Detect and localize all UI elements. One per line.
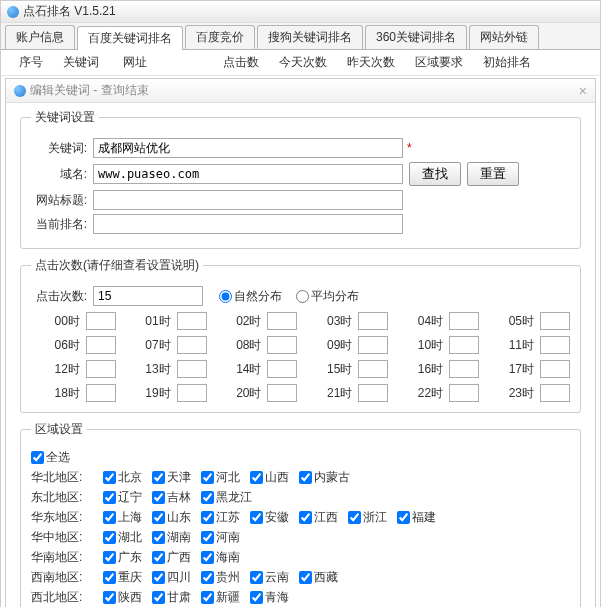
hour-input-6[interactable] [86, 336, 116, 354]
sitetitle-input[interactable] [93, 190, 403, 210]
region-checkbox[interactable]: 四川 [152, 569, 191, 586]
region-checkbox[interactable]: 江苏 [201, 509, 240, 526]
rank-label: 当前排名: [31, 216, 93, 233]
region-checkbox[interactable]: 云南 [250, 569, 289, 586]
keyword-input[interactable] [93, 138, 403, 158]
hour-input-12[interactable] [86, 360, 116, 378]
hour-input-11[interactable] [540, 336, 570, 354]
hour-input-20[interactable] [267, 384, 297, 402]
region-checkbox[interactable]: 安徽 [250, 509, 289, 526]
region-checkbox[interactable]: 河南 [201, 529, 240, 546]
region-checkbox[interactable]: 海南 [201, 549, 240, 566]
hour-input-5[interactable] [540, 312, 570, 330]
hour-input-0[interactable] [86, 312, 116, 330]
domain-input[interactable] [93, 164, 403, 184]
region-checkbox[interactable]: 湖南 [152, 529, 191, 546]
hour-input-4[interactable] [449, 312, 479, 330]
tab-2[interactable]: 百度竞价 [185, 25, 255, 49]
column-header: 序号 [9, 54, 53, 71]
region-checkbox[interactable]: 湖北 [103, 529, 142, 546]
hour-input-16[interactable] [449, 360, 479, 378]
region-checkbox[interactable]: 甘肃 [152, 589, 191, 606]
edit-keyword-dialog: 编辑关键词 - 查询结束 × 关键词设置 关键词: * 域名: 查找 重置 网站… [5, 78, 596, 607]
region-checkbox[interactable]: 新疆 [201, 589, 240, 606]
hour-label: 00时 [31, 313, 80, 330]
region-row: 东北地区:辽宁吉林黑龙江 [31, 489, 570, 506]
region-checkbox[interactable]: 福建 [397, 509, 436, 526]
hour-input-3[interactable] [358, 312, 388, 330]
click-count-input[interactable] [93, 286, 203, 306]
hour-input-2[interactable] [267, 312, 297, 330]
region-row: 西北地区:陕西甘肃新疆青海 [31, 589, 570, 606]
region-checkbox[interactable]: 山西 [250, 469, 289, 486]
region-checkbox[interactable]: 北京 [103, 469, 142, 486]
hour-label: 08时 [213, 337, 262, 354]
hour-label: 02时 [213, 313, 262, 330]
find-button[interactable]: 查找 [409, 162, 461, 186]
hour-label: 04时 [394, 313, 443, 330]
sitetitle-label: 网站标题: [31, 192, 93, 209]
rank-input[interactable] [93, 214, 403, 234]
region-name: 西北地区: [31, 589, 93, 606]
region-group-legend: 区域设置 [31, 421, 87, 438]
region-row: 华中地区:湖北湖南河南 [31, 529, 570, 546]
hour-label: 14时 [213, 361, 262, 378]
region-checkbox[interactable]: 黑龙江 [201, 489, 252, 506]
keyword-settings-group: 关键词设置 关键词: * 域名: 查找 重置 网站标题: 当前排名: [20, 109, 581, 249]
region-checkbox[interactable]: 重庆 [103, 569, 142, 586]
hour-input-9[interactable] [358, 336, 388, 354]
region-name: 华中地区: [31, 529, 93, 546]
region-checkbox[interactable]: 青海 [250, 589, 289, 606]
region-row: 华北地区:北京天津河北山西内蒙古 [31, 469, 570, 486]
hour-input-10[interactable] [449, 336, 479, 354]
region-checkbox[interactable]: 内蒙古 [299, 469, 350, 486]
hour-input-1[interactable] [177, 312, 207, 330]
region-checkbox[interactable]: 广东 [103, 549, 142, 566]
region-checkbox[interactable]: 西藏 [299, 569, 338, 586]
region-name: 华南地区: [31, 549, 93, 566]
hour-label: 17时 [485, 361, 534, 378]
click-count-label: 点击次数: [31, 288, 93, 305]
hour-input-17[interactable] [540, 360, 570, 378]
radio-natural[interactable]: 自然分布 [219, 288, 282, 305]
column-header: 昨天次数 [337, 54, 405, 71]
radio-average[interactable]: 平均分布 [296, 288, 359, 305]
tab-4[interactable]: 360关键词排名 [365, 25, 467, 49]
hour-input-21[interactable] [358, 384, 388, 402]
column-header: 网址 [113, 54, 213, 71]
hour-input-14[interactable] [267, 360, 297, 378]
hour-input-7[interactable] [177, 336, 207, 354]
region-checkbox[interactable]: 上海 [103, 509, 142, 526]
region-checkbox[interactable]: 陕西 [103, 589, 142, 606]
tab-3[interactable]: 搜狗关键词排名 [257, 25, 363, 49]
tab-1[interactable]: 百度关键词排名 [77, 26, 183, 50]
region-checkbox[interactable]: 江西 [299, 509, 338, 526]
hour-input-13[interactable] [177, 360, 207, 378]
region-checkbox[interactable]: 吉林 [152, 489, 191, 506]
region-checkbox[interactable]: 辽宁 [103, 489, 142, 506]
hour-label: 23时 [485, 385, 534, 402]
hour-input-23[interactable] [540, 384, 570, 402]
hour-label: 16时 [394, 361, 443, 378]
hour-input-19[interactable] [177, 384, 207, 402]
reset-button[interactable]: 重置 [467, 162, 519, 186]
column-header: 初始排名 [473, 54, 541, 71]
tab-5[interactable]: 网站外链 [469, 25, 539, 49]
hour-input-18[interactable] [86, 384, 116, 402]
region-checkbox[interactable]: 浙江 [348, 509, 387, 526]
region-checkbox[interactable]: 河北 [201, 469, 240, 486]
region-checkbox[interactable]: 山东 [152, 509, 191, 526]
hour-input-8[interactable] [267, 336, 297, 354]
region-checkbox[interactable]: 广西 [152, 549, 191, 566]
select-all-checkbox[interactable]: 全选 [31, 449, 70, 466]
hour-label: 18时 [31, 385, 80, 402]
close-icon[interactable]: × [579, 83, 587, 99]
hour-input-22[interactable] [449, 384, 479, 402]
region-name: 华东地区: [31, 509, 93, 526]
region-checkbox[interactable]: 天津 [152, 469, 191, 486]
region-checkbox[interactable]: 贵州 [201, 569, 240, 586]
hour-input-15[interactable] [358, 360, 388, 378]
region-name: 华北地区: [31, 469, 93, 486]
hour-label: 11时 [485, 337, 534, 354]
tab-0[interactable]: 账户信息 [5, 25, 75, 49]
